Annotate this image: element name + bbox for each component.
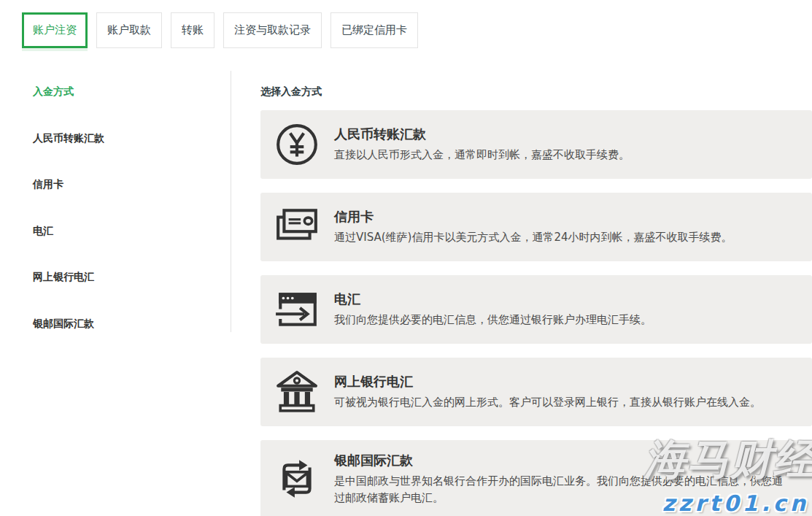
credit-card-icon bbox=[274, 204, 320, 250]
method-description: 通过VISA(维萨)信用卡以美元方式入金，通常24小时内到帐，嘉盛不收取手续费。 bbox=[334, 229, 732, 246]
main-panel: 选择入金方式 人民币转账汇款 直接以人民币形式入金，通常即时到帐，嘉盛不收取手续… bbox=[231, 71, 812, 516]
tab-linked-credit-cards[interactable]: 已绑定信用卡 bbox=[330, 12, 418, 48]
method-description: 是中国邮政与世界知名银行合作开办的国际电汇业务。我们向您提供必要的电汇信息，供您… bbox=[334, 473, 790, 506]
content-area: 入金方式 人民币转账汇款 信用卡 电汇 网上银行电汇 银邮国际汇款 选择入金方式… bbox=[0, 71, 812, 516]
yen-circle-icon bbox=[274, 122, 320, 167]
page-title: 选择入金方式 bbox=[260, 85, 812, 99]
method-card-online-banking-wire[interactable]: 网上银行电汇 可被视为银行电汇入金的网上形式。客户可以登录网上银行，直接从银行账… bbox=[260, 358, 812, 426]
method-card-text: 电汇 我们向您提供必要的电汇信息，供您通过银行账户办理电汇手续。 bbox=[334, 290, 651, 328]
method-card-text: 人民币转账汇款 直接以人民币形式入金，通常即时到帐，嘉盛不收取手续费。 bbox=[334, 126, 630, 163]
method-card-bank-post-remittance[interactable]: 银邮国际汇款 是中国邮政与世界知名银行合作开办的国际电汇业务。我们向您提供必要的… bbox=[260, 440, 812, 516]
method-card-credit-card[interactable]: 信用卡 通过VISA(维萨)信用卡以美元方式入金，通常24小时内到帐，嘉盛不收取… bbox=[260, 193, 812, 261]
method-title: 人民币转账汇款 bbox=[334, 126, 630, 143]
deposit-methods-sidebar: 入金方式 人民币转账汇款 信用卡 电汇 网上银行电汇 银邮国际汇款 bbox=[0, 71, 231, 516]
tab-account-withdrawal[interactable]: 账户取款 bbox=[96, 12, 162, 48]
mail-sync-icon bbox=[274, 456, 320, 501]
sidebar-item-online-banking-wire[interactable]: 网上银行电汇 bbox=[33, 271, 231, 317]
browser-arrow-icon bbox=[274, 287, 320, 332]
sidebar-item-wire-transfer[interactable]: 电汇 bbox=[33, 225, 231, 272]
funding-tabbar: 账户注资 账户取款 转账 注资与取款记录 已绑定信用卡 bbox=[0, 0, 812, 48]
sidebar-item-bank-post-remittance[interactable]: 银邮国际汇款 bbox=[33, 317, 231, 364]
tab-deposit-withdrawal-records[interactable]: 注资与取款记录 bbox=[223, 12, 322, 48]
sidebar-item-credit-card[interactable]: 信用卡 bbox=[33, 178, 231, 225]
method-description: 直接以人民币形式入金，通常即时到帐，嘉盛不收取手续费。 bbox=[334, 147, 630, 163]
sidebar-item-deposit-methods[interactable]: 入金方式 bbox=[33, 85, 231, 132]
method-title: 网上银行电汇 bbox=[334, 373, 761, 390]
method-card-wire-transfer[interactable]: 电汇 我们向您提供必要的电汇信息，供您通过银行账户办理电汇手续。 bbox=[260, 275, 812, 344]
method-card-rmb-transfer[interactable]: 人民币转账汇款 直接以人民币形式入金，通常即时到帐，嘉盛不收取手续费。 bbox=[260, 110, 812, 179]
method-title: 信用卡 bbox=[334, 208, 732, 226]
bank-icon bbox=[274, 369, 320, 415]
method-description: 可被视为银行电汇入金的网上形式。客户可以登录网上银行，直接从银行账户在线入金。 bbox=[334, 394, 761, 411]
tab-account-deposit[interactable]: 账户注资 bbox=[22, 12, 88, 48]
method-title: 电汇 bbox=[334, 290, 651, 308]
method-description: 我们向您提供必要的电汇信息，供您通过银行账户办理电汇手续。 bbox=[334, 312, 651, 328]
method-card-text: 银邮国际汇款 是中国邮政与世界知名银行合作开办的国际电汇业务。我们向您提供必要的… bbox=[334, 452, 790, 506]
method-card-text: 信用卡 通过VISA(维萨)信用卡以美元方式入金，通常24小时内到帐，嘉盛不收取… bbox=[334, 208, 732, 246]
method-title: 银邮国际汇款 bbox=[334, 452, 790, 469]
tab-transfer[interactable]: 转账 bbox=[171, 12, 214, 48]
method-card-text: 网上银行电汇 可被视为银行电汇入金的网上形式。客户可以登录网上银行，直接从银行账… bbox=[334, 373, 761, 411]
sidebar-item-rmb-transfer[interactable]: 人民币转账汇款 bbox=[33, 132, 231, 179]
